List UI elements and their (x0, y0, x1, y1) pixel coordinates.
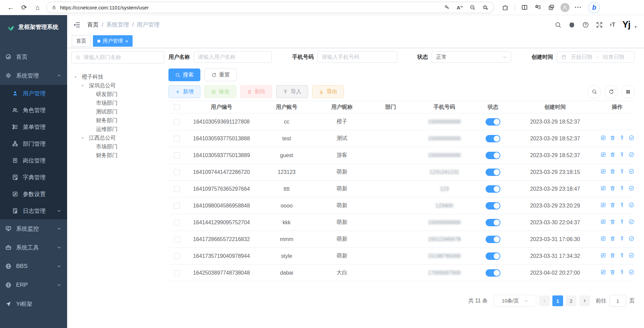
status-toggle[interactable] (486, 269, 500, 277)
select-all-checkbox[interactable] (174, 104, 180, 110)
address-bar[interactable]: https://ccnetcore.com:1101/system/user A… (46, 2, 494, 13)
edit-icon[interactable] (600, 202, 606, 208)
delete-icon[interactable] (610, 252, 615, 258)
tab-用户管理[interactable]: 用户管理 × (93, 35, 133, 47)
sidebar-item-dict[interactable]: 字典管理 (0, 169, 67, 186)
tree-node[interactable]: 市场部门 (71, 99, 164, 107)
status-toggle[interactable] (486, 236, 500, 243)
sidebar-item-user[interactable]: 用户管理 (0, 85, 67, 102)
reset-password-icon[interactable] (619, 185, 625, 191)
row-checkbox[interactable] (174, 119, 180, 125)
row-checkbox[interactable] (174, 152, 180, 158)
date-range-input[interactable]: 开始日期 - 结束日期 (557, 51, 635, 63)
profile-icon[interactable] (559, 2, 571, 13)
phone-input[interactable]: 请输入手机号码 (317, 51, 397, 63)
tree-node[interactable]: 运维部门 (71, 125, 164, 134)
sidebar-item-post[interactable]: 岗位管理 (0, 152, 67, 169)
breadcrumb-item[interactable]: 系统管理 (106, 21, 129, 29)
assign-icon[interactable] (629, 252, 634, 258)
delete-icon[interactable] (610, 152, 615, 157)
edit-icon[interactable] (600, 219, 606, 225)
assign-icon[interactable] (629, 185, 634, 191)
refresh-icon[interactable]: ⟳ (17, 2, 31, 13)
delete-icon[interactable] (610, 185, 615, 191)
row-checkbox[interactable] (174, 136, 180, 142)
zoom-out-icon[interactable] (466, 2, 479, 12)
table-refresh-icon[interactable] (604, 85, 618, 98)
goto-page-input[interactable]: 1 (609, 295, 626, 307)
status-toggle[interactable] (486, 118, 500, 126)
sidebar-item-menu[interactable]: 菜单管理 (0, 119, 67, 135)
row-checkbox[interactable] (174, 236, 180, 242)
tree-node[interactable]: ▾ 江西总公司 (71, 134, 164, 142)
row-checkbox[interactable] (174, 220, 180, 226)
reset-password-icon[interactable] (619, 135, 625, 141)
delete-icon[interactable] (610, 202, 615, 208)
add-button[interactable]: 新增 (168, 85, 200, 98)
extensions-icon[interactable] (499, 2, 511, 13)
password-key-icon[interactable] (441, 2, 453, 12)
sidebar-item-dept[interactable]: 部门管理 (0, 135, 67, 152)
tree-node[interactable]: ▾ 深圳总公司 (71, 81, 164, 90)
caret-down-icon[interactable]: ▾ (75, 75, 82, 79)
prev-page-button[interactable] (539, 295, 550, 306)
delete-icon[interactable] (610, 236, 615, 241)
edit-icon[interactable] (600, 169, 606, 174)
edit-icon[interactable] (600, 236, 606, 241)
status-toggle[interactable] (486, 202, 500, 209)
row-checkbox[interactable] (174, 253, 180, 259)
sidebar-item-erp[interactable]: ERP (0, 276, 67, 294)
collapse-sidebar-icon[interactable] (72, 20, 82, 30)
home-icon[interactable]: ⌂ (31, 2, 44, 13)
reset-password-icon[interactable] (619, 236, 625, 241)
assign-icon[interactable] (629, 152, 634, 157)
row-checkbox[interactable] (174, 270, 180, 276)
collections-icon[interactable] (545, 2, 557, 13)
sidebar-item-monitor[interactable]: 系统监控 (0, 219, 67, 238)
edit-icon[interactable] (600, 269, 606, 275)
status-toggle[interactable] (486, 135, 500, 142)
assign-icon[interactable] (629, 236, 634, 241)
page-button-2[interactable]: 2 (566, 295, 577, 306)
edit-icon[interactable] (600, 252, 606, 258)
sidebar-item-tools[interactable]: 系统工具 (0, 238, 67, 257)
assign-icon[interactable] (629, 135, 634, 141)
tree-node[interactable]: 财务部门 (71, 151, 164, 160)
table-layout-icon[interactable] (621, 85, 635, 98)
assign-icon[interactable] (629, 219, 634, 225)
status-toggle[interactable] (486, 219, 500, 226)
caret-down-icon[interactable]: ▾ (82, 83, 89, 88)
back-icon[interactable]: ← (4, 2, 17, 13)
sidebar-item-home[interactable]: 首页 (0, 47, 67, 66)
row-checkbox[interactable] (174, 169, 180, 175)
reset-password-icon[interactable] (619, 202, 625, 208)
assign-icon[interactable] (629, 202, 634, 208)
delete-icon[interactable] (610, 169, 615, 174)
assign-icon[interactable] (629, 269, 634, 275)
breadcrumb-item[interactable]: 首页 (87, 21, 99, 29)
reset-password-icon[interactable] (619, 269, 625, 275)
assign-icon[interactable] (629, 169, 634, 174)
page-button-1[interactable]: 1 (552, 295, 563, 306)
import-button[interactable]: 导入 (276, 85, 308, 98)
table-search-icon[interactable] (588, 85, 601, 98)
export-button[interactable]: 导出 (312, 85, 344, 98)
status-toggle[interactable] (486, 169, 500, 176)
tree-node[interactable]: ▾ 橙子科技 (71, 73, 164, 81)
status-toggle[interactable] (486, 252, 500, 260)
split-screen-icon[interactable] (518, 2, 531, 13)
reset-password-icon[interactable] (619, 169, 625, 174)
url-text[interactable]: https://ccnetcore.com:1101/system/user (60, 5, 149, 10)
delete-button[interactable]: 删除 (240, 85, 272, 98)
search-icon[interactable] (555, 21, 561, 28)
next-page-button[interactable] (579, 295, 590, 306)
tree-node[interactable]: 测试部门 (71, 107, 164, 116)
delete-icon[interactable] (610, 135, 615, 141)
edit-icon[interactable] (600, 152, 606, 157)
reset-password-icon[interactable] (619, 252, 625, 258)
tab-首页[interactable]: 首页 (72, 35, 91, 47)
fullscreen-icon[interactable] (596, 21, 603, 28)
dept-search-input[interactable]: 请输入部门名称 (71, 51, 164, 63)
close-icon[interactable]: × (125, 38, 128, 44)
page-size-select[interactable]: 10条/页 (494, 295, 536, 307)
